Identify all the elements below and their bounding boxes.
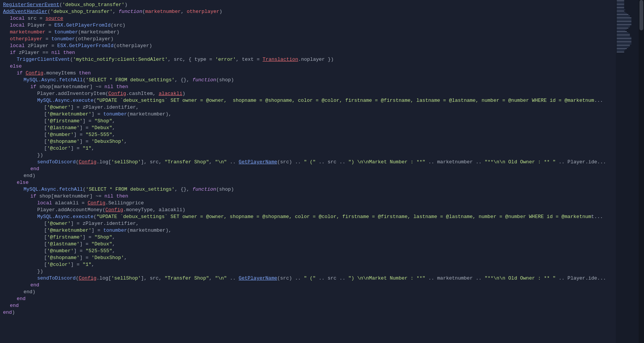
token: .. Player.ide... [556,275,606,281]
code-line: ['@lastname'] = "Debux", [0,125,644,131]
token: "Shop" [95,234,112,240]
code-line: local zPlayer = ESX.GetPlayerFromId(othe… [0,43,644,49]
token: , [112,132,115,138]
code-content: TriggerClientEvent('mythic_notify:client… [3,56,644,63]
code-line: ['@firstname'] = "Shop", [0,118,644,125]
token: nil [51,50,60,55]
code-content: AddEventHandler('debux_shop_transfer', f… [3,8,644,15]
token: end [30,166,39,172]
token: [ [44,139,47,144]
token: shop[marketnumber] ~= [36,84,104,90]
token: local [37,200,52,206]
token: }) [37,152,43,158]
token: " (" [304,275,316,281]
token: 'debux_shop_transfer' [62,2,125,8]
token: , {}, [175,187,193,192]
scrollbar-thumb[interactable] [639,0,643,30]
token: (otherplayer) [75,36,114,42]
code-content: ['@firstname'] = "Shop", [3,234,644,241]
token: MySQL.Async.fetchAll [24,187,83,192]
token: "UPDATE `debux_settings` SET owner = @ow… [96,98,594,103]
code-line: if zPlayer == nil then [0,49,644,56]
token: tonumber [54,29,78,35]
code-line: sendToDiscord(Config.log['sellShop'], sr… [0,275,644,282]
token: ( [93,214,96,220]
code-line: }) [0,152,644,159]
token: [ [44,255,47,261]
token: [ [44,125,47,131]
token: zPlayer == [16,50,52,55]
token: .. marketnumber .. [425,275,485,281]
token: , [112,241,115,247]
token: ] = zPlayer.identifier, [71,221,139,226]
code-line: end [0,296,644,302]
token: '@marketnumber' [47,228,92,233]
token: "\n" [215,275,227,281]
token: "**\n\n Old Owner : ** " [485,159,556,165]
token: "525-555" [85,248,112,254]
token: ( [47,9,51,14]
code-content: if zPlayer == nil then [3,49,644,56]
token: , [209,159,215,165]
code-line: end) [0,289,644,296]
code-line: sendToDiscord(Config.log['sellShop'], sr… [0,159,644,166]
token: ] = [80,241,92,247]
token: function [193,187,216,192]
token: "UPDATE `debux_settings` SET owner = @ow… [96,214,591,220]
code-content: end [3,302,644,309]
token: ] = [74,248,85,254]
token: ) [182,91,185,96]
code-line: MySQL.Async.fetchAll('SELECT * FROM debu… [0,77,644,84]
code-line: MySQL.Async.execute("UPDATE `debux_setti… [0,97,644,104]
token: ] = [82,234,94,240]
code-line: MySQL.Async.execute("UPDATE `debux_setti… [0,213,644,220]
token: ) [125,2,128,8]
token: "Transfer Shop" [165,159,209,165]
code-content: MySQL.Async.fetchAll('SELECT * FROM debu… [3,77,644,84]
code-content: end) [3,289,644,296]
code-content: ['@marketnumber'] = tonumber(marketnumbe… [3,227,644,234]
token: source [46,16,63,21]
token: [ [44,145,47,151]
token: ] = [82,118,94,124]
token: "Debux" [92,241,112,247]
code-content: marketnumber = tonumber(marketnumber) [3,29,644,36]
token: marketnumber [10,29,46,35]
code-content: ['@number'] = "525-555", [3,131,644,138]
token: 'DebuxShop' [92,139,124,144]
token: alacakli = [52,200,88,206]
token: GetPlayerName [239,275,277,281]
code-content: ['@lastname'] = "Debux", [3,241,644,248]
token: RegisterServerEvent [3,2,59,8]
token: alacakli [159,91,182,96]
token: end [30,282,39,288]
token: 'sellShop' [111,159,141,165]
token: " (" [304,159,316,165]
token: '@owner' [47,104,71,110]
token: .. src .. [316,159,348,165]
scrollbar[interactable] [639,0,644,343]
code-line: local alacakli = Config.Sellingprice [0,200,644,207]
code-content: else [3,179,644,186]
code-content: ['@color'] = "1", [3,145,644,152]
token: (shop) [216,187,234,192]
token: '@color' [47,145,71,151]
code-content: ['@shopname'] = 'DebuxShop', [3,254,644,261]
code-content: otherplayer = tonumber(otherplayer) [3,36,644,43]
token: (shop) [216,77,234,83]
code-content: }) [3,268,644,275]
token: = [43,36,51,42]
token: .. [227,159,238,165]
token: .. src .. [316,275,348,281]
code-editor[interactable]: RegisterServerEvent('debux_shop_transfer… [0,0,644,343]
token: ] = zPlayer.identifier, [71,104,139,110]
code-line: otherplayer = tonumber(otherplayer) [0,36,644,43]
code-line: ['@color'] = "1", [0,145,644,152]
code-line: end) [0,309,644,316]
token: [ [44,228,47,233]
token: MySQL.Async.execute [37,98,93,103]
token: local [10,16,25,21]
token: '@lastname' [47,125,80,131]
token: .. [227,275,238,281]
token: '@color' [47,262,71,267]
